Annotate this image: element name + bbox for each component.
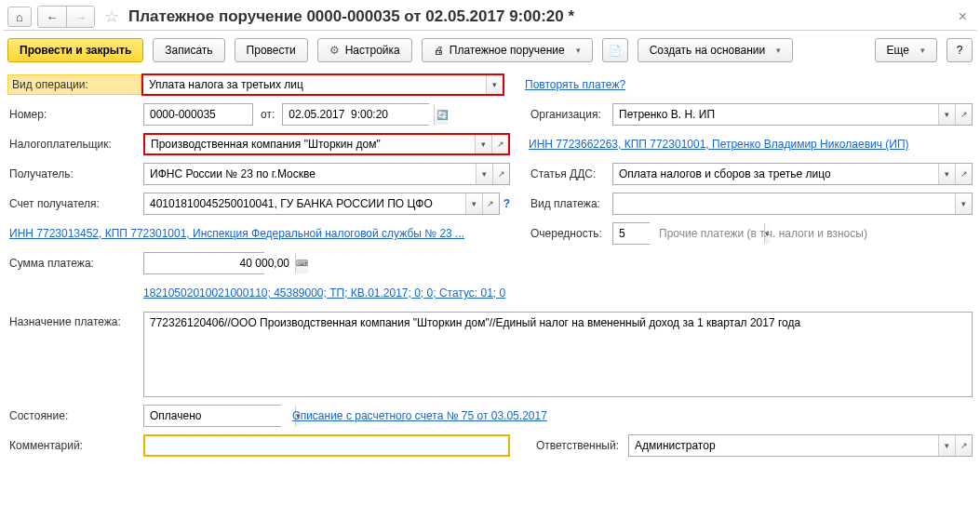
help-button[interactable]: ? (946, 38, 973, 62)
label-recipient: Получатель: (7, 167, 143, 180)
close-icon[interactable]: × (959, 8, 967, 25)
taxpayer-info-link[interactable]: ИНН 7723662263, КПП 772301001, Петренко … (529, 138, 909, 151)
chevron-down-icon[interactable]: ▾ (955, 193, 972, 214)
label-amount: Сумма платежа: (7, 257, 143, 270)
repeat-payment-link[interactable]: Повторять платеж? (525, 78, 625, 91)
label-ptype: Вид платежа: (529, 197, 612, 210)
label-comment: Комментарий: (7, 439, 143, 452)
chevron-down-icon[interactable]: ▾ (938, 435, 955, 456)
back-button[interactable]: ← (38, 7, 66, 27)
open-icon[interactable]: ↗ (492, 164, 509, 184)
open-icon[interactable]: ↗ (491, 135, 508, 153)
open-icon[interactable]: ↗ (482, 193, 499, 214)
label-purpose: Назначение платежа: (7, 312, 143, 328)
label-taxpayer: Налогоплательщик: (7, 138, 143, 151)
settings-button[interactable]: Настройка (317, 38, 412, 62)
label-recipient-acc: Счет получателя: (7, 197, 143, 210)
nav-buttons: ← → (37, 6, 95, 28)
gear-icon (329, 44, 340, 57)
print-button[interactable]: Платежное поручение (422, 38, 593, 62)
forward-button[interactable]: → (66, 7, 94, 27)
responsible-select[interactable]: ▾ ↗ (628, 434, 973, 457)
label-responsible: Ответственный: (536, 439, 619, 452)
comment-input[interactable] (143, 434, 510, 457)
label-from: от: (261, 108, 275, 121)
more-button[interactable]: Еще (875, 38, 937, 62)
kbk-link[interactable]: 18210502010021000110; 45389000; ТП; КВ.0… (143, 286, 505, 300)
toolbar: Провести и закрыть Записать Провести Нас… (4, 31, 976, 70)
help-icon[interactable]: ? (503, 197, 510, 210)
priority-select[interactable]: ▾ (612, 222, 650, 245)
org-select[interactable]: ▾ ↗ (612, 103, 973, 126)
printer-icon (434, 44, 444, 57)
star-icon[interactable]: ☆ (104, 7, 119, 27)
number-input[interactable] (143, 103, 253, 126)
open-icon[interactable]: ↗ (955, 435, 972, 456)
form: Вид операции: ▾ Повторять платеж? Номер:… (4, 70, 976, 468)
chevron-down-icon[interactable]: ▾ (476, 164, 492, 184)
create-based-button[interactable]: Создать на основании (638, 38, 794, 62)
priority-hint: Прочие платежи (в т.ч. налоги и взносы) (659, 227, 867, 240)
operation-select[interactable]: ▾ (141, 73, 504, 96)
chevron-down-icon[interactable]: ▾ (475, 135, 491, 153)
dds-select[interactable]: ▾ ↗ (612, 163, 973, 185)
state-select[interactable]: ▾ (143, 405, 281, 427)
recipient-select[interactable]: ▾ ↗ (143, 163, 510, 185)
operation-input[interactable] (143, 75, 486, 94)
open-icon[interactable]: ↗ (955, 104, 972, 125)
home-button[interactable]: ⌂ (7, 7, 32, 27)
refresh-icon[interactable]: 🔄 (433, 105, 451, 124)
chevron-down-icon[interactable]: ▾ (465, 193, 482, 214)
recipient-info-link[interactable]: ИНН 7723013452, КПП 772301001, Инспекция… (9, 227, 464, 240)
label-number: Номер: (7, 108, 143, 121)
chevron-down-icon[interactable]: ▾ (938, 104, 955, 125)
document-icon (609, 44, 622, 57)
chevron-down-icon[interactable]: ▾ (938, 164, 955, 184)
label-org: Организация: (529, 108, 612, 121)
post-and-close-button[interactable]: Провести и закрыть (7, 38, 143, 62)
writeoff-link[interactable]: Списание с расчетного счета № 75 от 03.0… (292, 409, 547, 422)
label-state: Состояние: (7, 409, 143, 422)
taxpayer-select[interactable]: ▾ ↗ (143, 133, 510, 155)
calculator-icon[interactable]: ⌨ (295, 253, 308, 273)
attach-button[interactable] (602, 38, 628, 62)
date-input[interactable]: 📅 (282, 103, 429, 126)
payment-type-select[interactable]: ▾ (612, 193, 973, 215)
recipient-acc-select[interactable]: ▾ ↗ (143, 193, 500, 215)
page-title: Платежное поручение 0000-000035 от 02.05… (128, 7, 953, 26)
label-dds: Статья ДДС: (529, 167, 612, 180)
label-operation: Вид операции: (7, 74, 141, 95)
amount-input[interactable]: ⌨ (143, 252, 264, 274)
save-button[interactable]: Записать (153, 38, 224, 62)
chevron-down-icon[interactable]: ▾ (486, 75, 503, 94)
open-icon[interactable]: ↗ (955, 164, 972, 184)
label-priority: Очередность: (529, 227, 612, 240)
titlebar: ⌂ ← → ☆ Платежное поручение 0000-000035 … (4, 4, 976, 31)
post-button[interactable]: Провести (235, 38, 308, 62)
purpose-textarea[interactable] (143, 312, 973, 397)
